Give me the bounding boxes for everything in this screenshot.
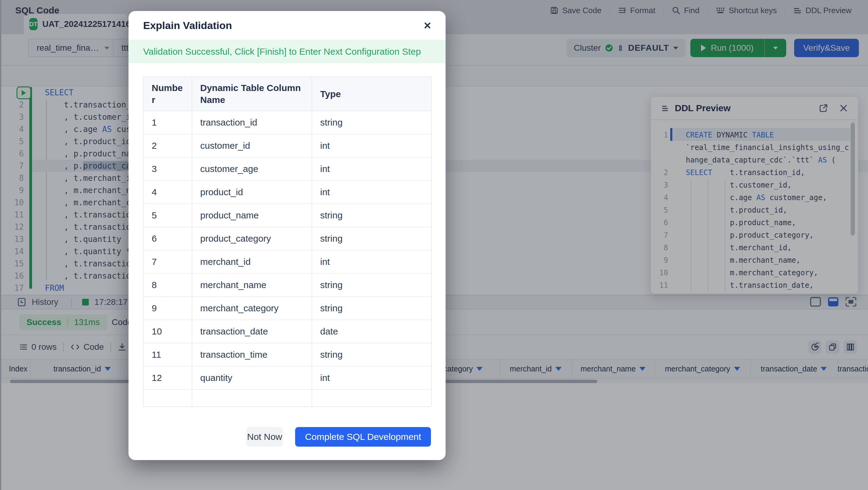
not-now-button[interactable]: Not Now [246, 427, 283, 446]
table-cell: string [312, 343, 431, 366]
table-cell: 7 [144, 250, 192, 273]
table-cell: quantity [192, 366, 312, 390]
table-cell: int [312, 250, 431, 273]
column-header-type: Type [312, 77, 431, 111]
table-cell [192, 390, 312, 407]
table-cell: 4 [144, 180, 192, 204]
table-cell: merchant_name [192, 273, 312, 297]
table-cell: transaction_id [192, 111, 312, 134]
table-cell: 11 [144, 343, 192, 366]
close-icon[interactable]: × [424, 19, 431, 31]
table-cell: 5 [144, 204, 192, 227]
table-cell: 8 [144, 273, 192, 297]
table-row: 8merchant_namestring [144, 273, 431, 297]
table-cell: int [312, 366, 431, 390]
table-cell: merchant_category [192, 297, 312, 320]
table-row: 2customer_idint [144, 134, 431, 157]
table-cell: 3 [144, 157, 192, 180]
table-cell: 1 [144, 111, 192, 134]
complete-sql-development-button[interactable]: Complete SQL Development [295, 427, 431, 446]
table-row: 11transaction_timestring [144, 343, 431, 366]
table-cell: product_id [192, 180, 312, 204]
table-cell: int [312, 157, 431, 180]
table-cell: 9 [144, 297, 192, 320]
table-row: 10transaction_datedate [144, 320, 431, 343]
table-row [144, 390, 431, 407]
table-row: 12quantityint [144, 366, 431, 390]
validation-success-message: Validation Successful, Click [Finish] to… [143, 47, 421, 57]
table-cell: product_name [192, 204, 312, 227]
table-cell: transaction_date [192, 320, 312, 343]
table-cell: 2 [144, 134, 192, 157]
validation-success-banner: Validation Successful, Click [Finish] to… [128, 40, 445, 63]
table-cell: customer_id [192, 134, 312, 157]
table-cell: string [312, 273, 431, 297]
column-header-number: Number [144, 77, 192, 111]
table-row: 5product_namestring [144, 204, 431, 227]
table-cell: 12 [144, 366, 192, 390]
table-cell: string [312, 204, 431, 227]
validation-columns-table: Number Dynamic Table Column Name Type 1t… [143, 76, 432, 407]
table-cell: merchant_id [192, 250, 312, 273]
table-cell: date [312, 320, 431, 343]
table-cell: int [312, 180, 431, 204]
table-row: 6product_categorystring [144, 227, 431, 250]
table-row: 3customer_ageint [144, 157, 431, 180]
table-cell: int [312, 134, 431, 157]
table-cell: 6 [144, 227, 192, 250]
table-cell [144, 390, 192, 407]
explain-validation-modal: Explain Validation × Validation Successf… [128, 11, 445, 460]
modal-title: Explain Validation [143, 20, 424, 31]
table-cell: transaction_time [192, 343, 312, 366]
table-cell [312, 390, 431, 407]
table-cell: string [312, 111, 431, 134]
table-cell: string [312, 227, 431, 250]
table-row: 1transaction_idstring [144, 111, 431, 134]
table-row: 4product_idint [144, 180, 431, 204]
table-cell: 10 [144, 320, 192, 343]
table-cell: product_category [192, 227, 312, 250]
table-row: 9merchant_categorystring [144, 297, 431, 320]
table-row: 7merchant_idint [144, 250, 431, 273]
table-header-row: Number Dynamic Table Column Name Type [144, 77, 431, 111]
table-cell: string [312, 297, 431, 320]
column-header-name: Dynamic Table Column Name [192, 77, 312, 111]
table-cell: customer_age [192, 157, 312, 180]
